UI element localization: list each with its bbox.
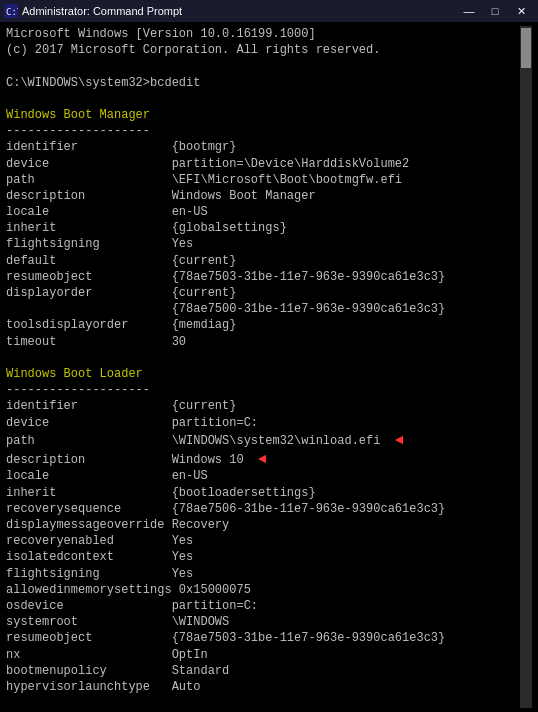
scrollbar-thumb[interactable] bbox=[521, 28, 531, 68]
section2-title: Windows Boot Loader bbox=[6, 366, 520, 382]
cmd-icon: C:\ bbox=[4, 4, 18, 18]
bootmgr-flightsigning: flightsigning Yes bbox=[6, 236, 520, 252]
bl-device: device partition=C: bbox=[6, 415, 520, 431]
bl-inherit: inherit {bootloadersettings} bbox=[6, 485, 520, 501]
scrollbar[interactable] bbox=[520, 26, 532, 708]
blank-line-3 bbox=[6, 350, 520, 366]
bl-resumeobject: resumeobject {78ae7503-31be-11e7-963e-93… bbox=[6, 630, 520, 646]
bl-recoveryenabled: recoveryenabled Yes bbox=[6, 533, 520, 549]
bootmgr-path: path \EFI\Microsoft\Boot\bootmgfw.efi bbox=[6, 172, 520, 188]
bl-locale: locale en-US bbox=[6, 468, 520, 484]
blank-line-2 bbox=[6, 91, 520, 107]
window-title: Administrator: Command Prompt bbox=[22, 5, 182, 17]
svg-text:C:\: C:\ bbox=[6, 7, 18, 17]
command-prompt-line: C:\WINDOWS\system32>bcdedit bbox=[6, 75, 520, 91]
minimize-button[interactable]: — bbox=[456, 0, 482, 22]
bl-path: path \WINDOWS\system32\winload.efi ◄ bbox=[6, 431, 520, 450]
bl-nx: nx OptIn bbox=[6, 647, 520, 663]
bootmgr-device: device partition=\Device\HarddiskVolume2 bbox=[6, 156, 520, 172]
close-button[interactable]: ✕ bbox=[508, 0, 534, 22]
console-window[interactable]: Microsoft Windows [Version 10.0.16199.10… bbox=[0, 22, 538, 712]
bl-displaymessageoverride: displaymessageoverride Recovery bbox=[6, 517, 520, 533]
console-output: Microsoft Windows [Version 10.0.16199.10… bbox=[6, 26, 520, 708]
bl-allowedinmemorysettings: allowedinmemorysettings 0x15000075 bbox=[6, 582, 520, 598]
window-controls: — □ ✕ bbox=[456, 0, 534, 22]
title-bar-left: C:\ Administrator: Command Prompt bbox=[4, 4, 182, 18]
bl-osdevice: osdevice partition=C: bbox=[6, 598, 520, 614]
bootmgr-inherit: inherit {globalsettings} bbox=[6, 220, 520, 236]
win-version-line2: (c) 2017 Microsoft Corporation. All righ… bbox=[6, 42, 520, 58]
bl-systemroot: systemroot \WINDOWS bbox=[6, 614, 520, 630]
title-bar: C:\ Administrator: Command Prompt — □ ✕ bbox=[0, 0, 538, 22]
bl-identifier: identifier {current} bbox=[6, 398, 520, 414]
section1-divider: -------------------- bbox=[6, 123, 520, 139]
bl-recoverysequence: recoverysequence {78ae7506-31be-11e7-963… bbox=[6, 501, 520, 517]
bootmgr-identifier: identifier {bootmgr} bbox=[6, 139, 520, 155]
bootmgr-resumeobject: resumeobject {78ae7503-31be-11e7-963e-93… bbox=[6, 269, 520, 285]
blank-line-1 bbox=[6, 58, 520, 74]
bl-isolatedcontext: isolatedcontext Yes bbox=[6, 549, 520, 565]
bl-flightsigning: flightsigning Yes bbox=[6, 566, 520, 582]
bootmgr-default: default {current} bbox=[6, 253, 520, 269]
bootmgr-displayorder1: displayorder {current} bbox=[6, 285, 520, 301]
maximize-button[interactable]: □ bbox=[482, 0, 508, 22]
section1-title: Windows Boot Manager bbox=[6, 107, 520, 123]
win-version-line1: Microsoft Windows [Version 10.0.16199.10… bbox=[6, 26, 520, 42]
bootmgr-displayorder2: {78ae7500-31be-11e7-963e-9390ca61e3c3} bbox=[6, 301, 520, 317]
bl-bootmenupolicy: bootmenupolicy Standard bbox=[6, 663, 520, 679]
section2-container: Windows Boot Loader TenForums.com bbox=[6, 366, 520, 382]
bootmgr-locale: locale en-US bbox=[6, 204, 520, 220]
bootmgr-description: description Windows Boot Manager bbox=[6, 188, 520, 204]
bootmgr-timeout: timeout 30 bbox=[6, 334, 520, 350]
section2-divider: -------------------- bbox=[6, 382, 520, 398]
bootmgr-toolsdisplayorder: toolsdisplayorder {memdiag} bbox=[6, 317, 520, 333]
bl-hypervisorlaunchtype: hypervisorlaunchtype Auto bbox=[6, 679, 520, 695]
bl-description: description Windows 10 ◄ bbox=[6, 450, 520, 469]
